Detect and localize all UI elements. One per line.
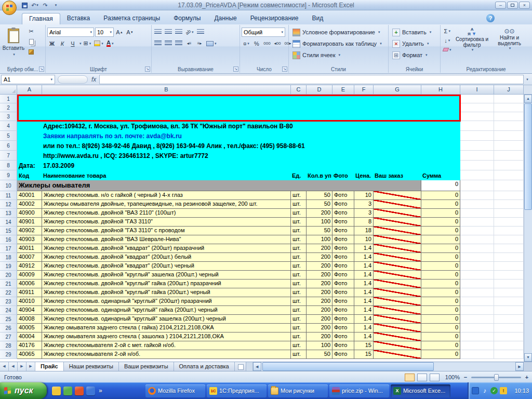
cell[interactable]: [460, 218, 494, 227]
align-top-button[interactable]: [153, 28, 163, 37]
row-header-20[interactable]: 20: [0, 271, 17, 280]
cell-qty[interactable]: 200: [307, 262, 332, 271]
row-header-25[interactable]: 25: [0, 315, 17, 324]
cell-sum[interactable]: 0: [421, 200, 460, 209]
row-header-1[interactable]: 1: [0, 95, 17, 103]
row-header-11[interactable]: 11: [0, 191, 17, 200]
insert-cells-button[interactable]: + Вставить ▾: [390, 26, 438, 38]
cell-unit[interactable]: шт.: [291, 324, 307, 332]
sheet-tab-2[interactable]: Ваши реквизиты: [119, 362, 174, 371]
cell-qty[interactable]: 200: [307, 244, 332, 253]
cell-name[interactable]: Жиклер стеклоомыв. двойной "ВАЗ Шеврале-…: [42, 235, 291, 244]
cell-qty[interactable]: 200: [307, 332, 332, 341]
cell-photo-link[interactable]: Фото: [332, 297, 354, 306]
column-header-C[interactable]: C: [291, 85, 307, 95]
page-layout-view-button[interactable]: [417, 374, 427, 381]
cell-code[interactable]: 40007: [17, 253, 42, 262]
section-title[interactable]: Жиклеры омывателя: [17, 180, 421, 191]
cell[interactable]: [494, 350, 524, 359]
cell-unit[interactable]: шт.: [291, 227, 307, 235]
cell-code[interactable]: 40176: [17, 341, 42, 350]
cell[interactable]: [17, 112, 460, 121]
task-button-3[interactable]: price.zip - Win...: [329, 384, 389, 397]
cell[interactable]: [460, 151, 494, 161]
cell[interactable]: [460, 131, 494, 141]
cell-price[interactable]: 1.4: [354, 280, 374, 288]
cell-sum[interactable]: 0: [421, 288, 460, 297]
cell-sum[interactable]: 0: [421, 235, 460, 244]
cell-price[interactable]: 1.4: [354, 271, 374, 280]
cell[interactable]: [460, 288, 494, 297]
cell-unit[interactable]: шт.: [291, 332, 307, 341]
cell[interactable]: [494, 288, 524, 297]
cell[interactable]: [17, 103, 460, 112]
cell-name[interactable]: Жиклер стеклоомыв. двойной "ГАЗ 3110" с …: [42, 227, 291, 235]
next-sheet-button[interactable]: ▶: [18, 362, 26, 371]
cell-name[interactable]: Жиклер омывателя заднего стекла ( зашолк…: [42, 332, 291, 341]
cell-price[interactable]: 18: [354, 227, 374, 235]
sheet-tab-0[interactable]: Прайс: [35, 362, 64, 371]
sheet-tab-1[interactable]: Наши реквизиты: [64, 362, 119, 371]
row-header-18[interactable]: 18: [0, 253, 17, 262]
cell-photo-link[interactable]: Фото: [332, 271, 354, 280]
cell-qty[interactable]: 200: [307, 324, 332, 332]
cell-order[interactable]: [374, 341, 421, 350]
cell-photo-link[interactable]: Фото: [332, 262, 354, 271]
cell-unit[interactable]: шт.: [291, 297, 307, 306]
quick-launch-icon-4[interactable]: [86, 387, 95, 395]
cell-code[interactable]: 40006: [17, 280, 42, 288]
quick-launch-overflow-icon[interactable]: »: [99, 387, 102, 394]
cell-unit[interactable]: шт.: [291, 315, 307, 324]
cell-photo-link[interactable]: Фото: [332, 227, 354, 235]
row-header-9[interactable]: 9: [0, 170, 17, 180]
horizontal-scroll-thumb[interactable]: [262, 362, 434, 371]
conditional-formatting-button[interactable]: Условное форматирование ▾: [290, 26, 387, 38]
cell-unit[interactable]: шт.: [291, 280, 307, 288]
format-painter-button[interactable]: [26, 47, 36, 57]
row-header-12[interactable]: 12: [0, 200, 17, 209]
office-button[interactable]: [2, 1, 17, 15]
row-header-10[interactable]: 10: [0, 180, 17, 191]
normal-view-button[interactable]: [405, 374, 415, 381]
cell-name[interactable]: Жиклеры омывателя двойные, трапециевидны…: [42, 200, 291, 209]
cell-order[interactable]: [374, 271, 421, 280]
cell-photo-link[interactable]: Фото: [332, 235, 354, 244]
align-left-button[interactable]: [153, 39, 163, 48]
update-icon[interactable]: !: [500, 387, 507, 394]
cell[interactable]: [494, 200, 524, 209]
column-header-A[interactable]: A: [17, 85, 42, 95]
cell[interactable]: [494, 271, 524, 280]
cell[interactable]: [494, 180, 524, 191]
increase-indent-button[interactable]: ≡▸: [195, 39, 204, 48]
cell-unit[interactable]: шт.: [291, 191, 307, 200]
cell[interactable]: [460, 170, 494, 180]
number-format-combo[interactable]: Общий▾: [242, 28, 285, 37]
scroll-up-icon[interactable]: ▲: [524, 95, 532, 103]
cell-order[interactable]: [374, 324, 421, 332]
increase-decimal-button[interactable]: ◂00: [273, 39, 282, 48]
cell-price[interactable]: 3: [354, 200, 374, 209]
quick-launch-icon-2[interactable]: [63, 387, 72, 395]
name-box[interactable]: A1 ▾: [1, 75, 55, 84]
network-icon[interactable]: [472, 387, 479, 394]
expand-formula-bar-icon[interactable]: ▾: [524, 77, 531, 82]
align-bottom-button[interactable]: [174, 28, 183, 37]
cell-order[interactable]: [374, 315, 421, 324]
row-header-2[interactable]: 2: [0, 103, 17, 112]
column-header-B[interactable]: B: [42, 85, 291, 95]
cell[interactable]: [494, 112, 524, 121]
cell[interactable]: [17, 95, 460, 103]
number-dialog-launcher[interactable]: ↘: [282, 66, 287, 72]
cell[interactable]: Адрес:109432, г. Москва, ул. Трофимова, …: [17, 121, 460, 131]
column-header-J[interactable]: J: [494, 85, 524, 95]
font-dialog-launcher[interactable]: ↘: [145, 66, 150, 72]
align-right-button[interactable]: [174, 39, 183, 48]
cell-name[interactable]: Жиклер стеклоомыв. одинарный "круглый" (…: [42, 297, 291, 306]
cell-code[interactable]: 40065: [17, 350, 42, 359]
cell-unit[interactable]: шт.: [291, 271, 307, 280]
cell-code[interactable]: 40011: [17, 244, 42, 253]
cell-order[interactable]: [374, 297, 421, 306]
undo-button[interactable]: ↶▾: [30, 1, 39, 9]
cell-qty[interactable]: 50: [307, 350, 332, 359]
merge-center-button[interactable]: ▾: [205, 39, 218, 48]
